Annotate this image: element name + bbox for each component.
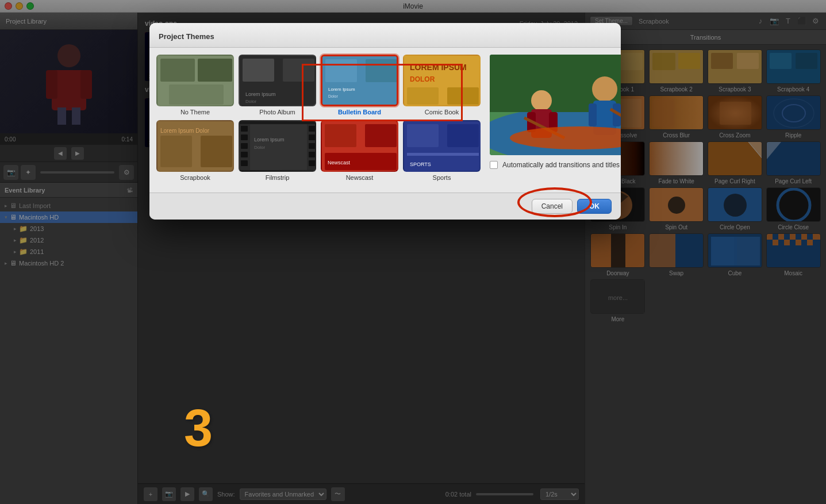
svg-rect-119 bbox=[407, 153, 479, 156]
preview-image bbox=[490, 55, 621, 155]
svg-rect-83 bbox=[325, 59, 357, 82]
svg-rect-91 bbox=[447, 87, 479, 105]
svg-rect-78 bbox=[243, 59, 274, 82]
theme-comic-book[interactable]: LOREM IPSUM DOLOR Comic Book bbox=[403, 55, 481, 116]
auto-transitions-row: Automatically add transitions and titles bbox=[490, 161, 621, 169]
svg-text:Lorem Ipsum Dolor: Lorem Ipsum Dolor bbox=[160, 128, 210, 134]
dialog-header: Project Themes bbox=[149, 23, 621, 48]
theme-thumb-newscast: Newscast bbox=[321, 120, 398, 172]
svg-rect-95 bbox=[201, 136, 232, 167]
svg-rect-104 bbox=[309, 134, 316, 140]
svg-rect-90 bbox=[407, 87, 439, 105]
theme-label-no-theme: No Theme bbox=[180, 109, 210, 116]
svg-rect-98 bbox=[241, 126, 248, 132]
svg-rect-76 bbox=[169, 84, 224, 105]
theme-thumb-scrapbook: Lorem Ipsum Dolor bbox=[156, 120, 234, 172]
theme-label-sports: Sports bbox=[433, 174, 451, 181]
theme-bulletin-board[interactable]: Lorem Ipsum Dolor Bulletin Board bbox=[321, 55, 398, 116]
svg-rect-105 bbox=[309, 143, 316, 149]
svg-rect-103 bbox=[309, 126, 316, 132]
newscast-svg: Newscast bbox=[322, 121, 398, 172]
project-themes-dialog: Project Themes No bbox=[149, 23, 621, 220]
svg-text:SPORTS: SPORTS bbox=[410, 161, 431, 167]
svg-rect-107 bbox=[309, 160, 316, 166]
dialog-title: Project Themes bbox=[159, 32, 214, 41]
svg-rect-117 bbox=[407, 124, 439, 147]
photo-album-svg: Lorem Ipsum Dolor bbox=[240, 56, 316, 106]
theme-no-theme[interactable]: No Theme bbox=[156, 55, 234, 116]
svg-text:Dolor: Dolor bbox=[328, 94, 338, 98]
svg-text:Dolor: Dolor bbox=[254, 145, 265, 150]
themes-row-1: No Theme Lorem Ipsum Dolor bbox=[156, 55, 481, 116]
svg-rect-101 bbox=[241, 152, 248, 157]
dialog-preview: Automatically add transitions and titles bbox=[490, 55, 621, 186]
theme-sports[interactable]: SPORTS Sports bbox=[403, 120, 481, 181]
bulletin-svg: Lorem Ipsum Dolor bbox=[322, 56, 398, 106]
theme-label-scrapbook: Scrapbook bbox=[180, 174, 210, 181]
svg-rect-102 bbox=[241, 160, 248, 166]
svg-rect-130 bbox=[589, 103, 597, 126]
filmstrip-svg: Lorem Ipsum Dolor bbox=[240, 121, 316, 172]
svg-point-124 bbox=[531, 90, 552, 111]
theme-thumb-no-theme bbox=[156, 55, 234, 106]
svg-text:Lorem Ipsum: Lorem Ipsum bbox=[328, 87, 355, 92]
svg-rect-79 bbox=[283, 59, 314, 82]
theme-thumb-filmstrip: Lorem Ipsum Dolor bbox=[239, 120, 316, 172]
svg-rect-94 bbox=[160, 136, 192, 167]
svg-text:Lorem Ipsum: Lorem Ipsum bbox=[245, 91, 276, 97]
auto-transitions-label: Automatically add transitions and titles bbox=[502, 161, 620, 169]
sports-svg: SPORTS bbox=[404, 121, 481, 172]
svg-rect-75 bbox=[198, 59, 232, 82]
svg-rect-113 bbox=[365, 124, 397, 147]
svg-rect-74 bbox=[160, 59, 195, 82]
svg-text:Newscast: Newscast bbox=[328, 160, 351, 166]
svg-rect-118 bbox=[447, 124, 479, 147]
dialog-overlay: Project Themes No bbox=[0, 0, 826, 504]
svg-rect-112 bbox=[325, 124, 356, 147]
svg-text:Lorem Ipsum: Lorem Ipsum bbox=[254, 137, 285, 143]
theme-label-filmstrip: Filmstrip bbox=[266, 174, 290, 181]
svg-text:LOREM IPSUM: LOREM IPSUM bbox=[410, 63, 467, 72]
dialog-body: No Theme Lorem Ipsum Dolor bbox=[149, 48, 621, 193]
ok-button[interactable]: OK bbox=[577, 199, 612, 214]
theme-filmstrip[interactable]: Lorem Ipsum Dolor Filmstrip bbox=[239, 120, 316, 181]
theme-photo-album[interactable]: Lorem Ipsum Dolor Photo Album bbox=[239, 55, 316, 116]
theme-thumb-comic-book: LOREM IPSUM DOLOR bbox=[403, 55, 481, 106]
number-3-annotation: 3 bbox=[184, 399, 213, 458]
preview-svg bbox=[490, 55, 621, 155]
theme-label-comic-book: Comic Book bbox=[425, 109, 459, 116]
svg-text:DOLOR: DOLOR bbox=[410, 75, 435, 83]
themes-grid: No Theme Lorem Ipsum Dolor bbox=[156, 55, 481, 186]
scrapbook-t-svg: Lorem Ipsum Dolor bbox=[157, 121, 234, 172]
auto-transitions-checkbox[interactable] bbox=[490, 161, 498, 169]
svg-text:Dolor: Dolor bbox=[245, 99, 256, 104]
cancel-button[interactable]: Cancel bbox=[532, 199, 573, 214]
theme-label-photo-album: Photo Album bbox=[259, 109, 295, 116]
comic-svg: LOREM IPSUM DOLOR bbox=[404, 56, 481, 106]
themes-row-2: Lorem Ipsum Dolor Scrapbook bbox=[156, 120, 481, 181]
theme-thumb-sports: SPORTS bbox=[403, 120, 481, 172]
svg-rect-99 bbox=[241, 134, 248, 140]
no-theme-svg bbox=[157, 56, 234, 106]
svg-rect-100 bbox=[241, 143, 248, 149]
theme-thumb-bulletin-board: Lorem Ipsum Dolor bbox=[321, 55, 398, 106]
theme-thumb-photo-album: Lorem Ipsum Dolor bbox=[239, 55, 316, 106]
dialog-footer: Cancel OK bbox=[149, 193, 621, 220]
theme-label-newscast: Newscast bbox=[346, 174, 374, 181]
svg-point-128 bbox=[592, 76, 617, 102]
svg-rect-106 bbox=[309, 152, 316, 157]
theme-scrapbook[interactable]: Lorem Ipsum Dolor Scrapbook bbox=[156, 120, 234, 181]
svg-rect-84 bbox=[366, 59, 397, 82]
theme-label-bulletin-board: Bulletin Board bbox=[338, 109, 381, 116]
theme-newscast[interactable]: Newscast Newscast bbox=[321, 120, 398, 181]
